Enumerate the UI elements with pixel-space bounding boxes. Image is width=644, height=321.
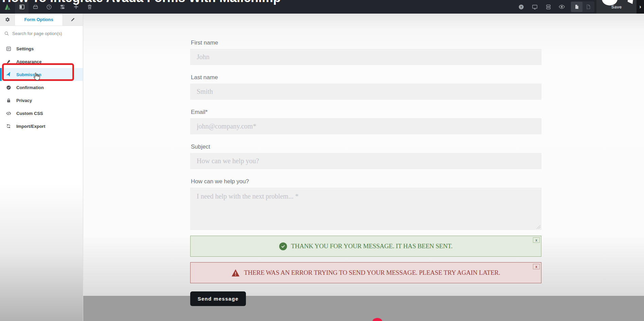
paper-plane-icon xyxy=(5,72,12,77)
collapse-chevron-icon[interactable]: › xyxy=(637,0,644,14)
close-icon[interactable]: x xyxy=(533,237,540,243)
sidebar-search xyxy=(0,26,83,41)
sidebar-item-label: Submission xyxy=(16,72,41,77)
avada-logo-icon[interactable] xyxy=(0,0,15,14)
email-input[interactable] xyxy=(190,118,541,134)
error-alert-text: THERE WAS AN ERROR TRYING TO SEND YOUR M… xyxy=(244,269,500,276)
panel-title-tab[interactable]: Form Options xyxy=(15,14,62,26)
send-message-button[interactable]: Send message xyxy=(190,291,246,306)
sidebar-item-privacy[interactable]: Privacy xyxy=(0,94,83,107)
desktop-preview-icon[interactable] xyxy=(528,0,541,14)
field-label: First name xyxy=(191,39,541,46)
sidebar-item-settings[interactable]: Settings xyxy=(0,42,83,55)
sidebar-item-label: Settings xyxy=(16,46,34,51)
sidebar-item-label: Privacy xyxy=(16,98,32,103)
history-clock-icon[interactable] xyxy=(42,0,56,14)
field-label: Email* xyxy=(191,109,541,115)
last-name-input[interactable] xyxy=(190,84,541,100)
sidebar-menu: Settings Appearance Submission xyxy=(0,41,83,133)
sidebar-item-confirmation[interactable]: Confirmation xyxy=(0,81,83,94)
sidebar-toggle-icon[interactable] xyxy=(15,0,29,14)
message-textarea[interactable] xyxy=(190,188,541,230)
toggles-icon[interactable] xyxy=(56,0,69,14)
top-toolbar: ? xyxy=(0,0,644,14)
preview-eye-icon[interactable] xyxy=(555,0,569,14)
contact-form-preview: First name Last name Email* Subject How … xyxy=(190,39,541,306)
settings-panel-icon xyxy=(5,46,12,52)
sidebar-item-label: Import/Export xyxy=(16,124,45,129)
sidebar-item-custom-css[interactable]: Custom CSS xyxy=(0,107,83,120)
close-icon[interactable]: x xyxy=(533,264,540,269)
sidebar-item-submission[interactable]: Submission xyxy=(0,68,83,81)
success-alert-text: THANK YOU FOR YOUR MESSAGE. IT HAS BEEN … xyxy=(291,242,453,250)
delete-trash-icon[interactable] xyxy=(83,0,96,14)
first-name-input[interactable] xyxy=(190,49,541,65)
archive-icon[interactable] xyxy=(29,0,42,14)
paintbrush-icon xyxy=(5,59,12,64)
field-first-name: First name xyxy=(190,39,541,65)
check-circle-icon xyxy=(279,242,287,250)
help-icon[interactable]: ? xyxy=(514,0,528,14)
add-icon[interactable] xyxy=(69,0,83,14)
sidebar-header: Form Options xyxy=(0,14,83,26)
error-alert: THERE WAS AN ERROR TRYING TO SEND YOUR M… xyxy=(190,262,541,283)
form-options-sidebar: Form Options Settings xyxy=(0,14,83,321)
sidebar-item-appearance[interactable]: Appearance xyxy=(0,55,83,68)
sidebar-item-label: Appearance xyxy=(16,59,41,64)
field-last-name: Last name xyxy=(190,74,541,100)
field-message: How can we help you? xyxy=(190,178,541,230)
code-icon xyxy=(5,111,12,116)
field-subject: Subject xyxy=(190,143,541,169)
toolbar-right-group: ? xyxy=(514,0,644,14)
field-email: Email* xyxy=(190,109,541,134)
toolbar-left-group xyxy=(0,0,96,14)
lock-icon xyxy=(5,98,12,103)
page-state-toggle xyxy=(571,1,594,12)
sync-icon xyxy=(5,123,12,129)
sidebar-item-label: Confirmation xyxy=(16,85,44,90)
badge-check-icon xyxy=(5,85,12,90)
search-input[interactable] xyxy=(12,31,79,36)
subject-input[interactable] xyxy=(190,153,541,169)
page-inactive-icon[interactable] xyxy=(583,2,594,12)
success-alert: THANK YOU FOR YOUR MESSAGE. IT HAS BEEN … xyxy=(190,236,541,257)
svg-text:?: ? xyxy=(520,5,522,9)
field-label: Last name xyxy=(191,74,541,81)
cards-view-icon[interactable] xyxy=(541,0,555,14)
pencil-tab-icon[interactable] xyxy=(62,14,83,26)
page-active-icon[interactable] xyxy=(571,2,583,12)
gear-tab-icon[interactable] xyxy=(0,14,15,26)
warning-triangle-icon xyxy=(231,269,240,277)
builder-window: How To Integrate Avada Forms With Mailch… xyxy=(0,0,644,321)
field-label: How can we help you? xyxy=(191,178,541,185)
sidebar-item-label: Custom CSS xyxy=(16,111,43,116)
search-icon xyxy=(4,31,9,36)
field-label: Subject xyxy=(191,143,541,150)
sidebar-item-import-export[interactable]: Import/Export xyxy=(0,120,83,133)
